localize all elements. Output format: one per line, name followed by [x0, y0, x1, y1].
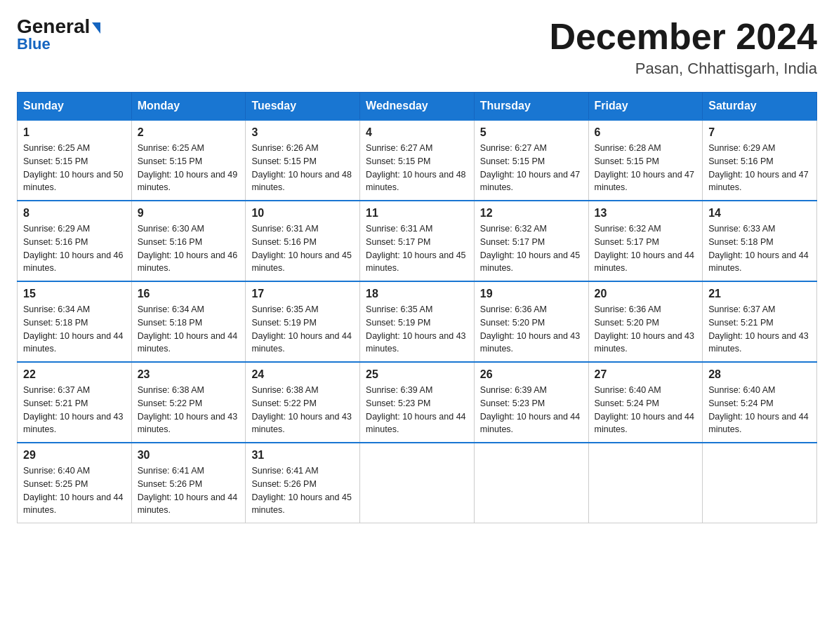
day-info: Sunrise: 6:37 AMSunset: 5:21 PMDaylight:…: [23, 385, 123, 434]
day-number: 4: [366, 126, 468, 139]
day-number: 14: [708, 207, 811, 220]
day-of-week-header: Saturday: [703, 93, 817, 121]
calendar-week-row: 22 Sunrise: 6:37 AMSunset: 5:21 PMDaylig…: [18, 362, 817, 443]
calendar-day-cell: 11 Sunrise: 6:31 AMSunset: 5:17 PMDaylig…: [360, 201, 475, 281]
day-number: 8: [23, 207, 126, 220]
day-of-week-header: Friday: [588, 93, 703, 121]
day-number: 23: [138, 368, 240, 381]
location-subtitle: Pasan, Chhattisgarh, India: [549, 60, 817, 78]
day-number: 27: [595, 368, 697, 381]
day-info: Sunrise: 6:36 AMSunset: 5:20 PMDaylight:…: [480, 304, 580, 354]
day-info: Sunrise: 6:35 AMSunset: 5:19 PMDaylight:…: [251, 304, 351, 354]
day-info: Sunrise: 6:29 AMSunset: 5:16 PMDaylight:…: [23, 224, 123, 273]
day-info: Sunrise: 6:28 AMSunset: 5:15 PMDaylight:…: [595, 143, 694, 192]
calendar-day-cell: 18 Sunrise: 6:35 AMSunset: 5:19 PMDaylig…: [360, 281, 475, 362]
day-info: Sunrise: 6:34 AMSunset: 5:18 PMDaylight:…: [138, 304, 237, 354]
day-info: Sunrise: 6:41 AMSunset: 5:26 PMDaylight:…: [138, 466, 237, 515]
calendar-header-row: SundayMondayTuesdayWednesdayThursdayFrid…: [18, 93, 817, 121]
day-info: Sunrise: 6:40 AMSunset: 5:25 PMDaylight:…: [23, 466, 123, 515]
calendar-day-cell: 31 Sunrise: 6:41 AMSunset: 5:26 PMDaylig…: [246, 443, 360, 523]
calendar-day-cell: 12 Sunrise: 6:32 AMSunset: 5:17 PMDaylig…: [474, 201, 588, 281]
day-info: Sunrise: 6:25 AMSunset: 5:15 PMDaylight:…: [138, 143, 237, 192]
day-info: Sunrise: 6:34 AMSunset: 5:18 PMDaylight:…: [23, 304, 123, 354]
day-number: 19: [480, 288, 583, 300]
calendar-day-cell: 13 Sunrise: 6:32 AMSunset: 5:17 PMDaylig…: [588, 201, 703, 281]
day-info: Sunrise: 6:36 AMSunset: 5:20 PMDaylight:…: [595, 304, 694, 354]
day-info: Sunrise: 6:35 AMSunset: 5:19 PMDaylight:…: [366, 304, 465, 354]
calendar-day-cell: 29 Sunrise: 6:40 AMSunset: 5:25 PMDaylig…: [18, 443, 132, 523]
day-of-week-header: Thursday: [474, 93, 588, 121]
calendar-day-cell: 19 Sunrise: 6:36 AMSunset: 5:20 PMDaylig…: [474, 281, 588, 362]
day-number: 11: [366, 207, 468, 220]
day-number: 17: [251, 288, 354, 300]
day-number: 12: [480, 207, 583, 220]
day-info: Sunrise: 6:31 AMSunset: 5:17 PMDaylight:…: [366, 224, 465, 273]
day-number: 24: [251, 368, 354, 381]
calendar-day-cell: 24 Sunrise: 6:38 AMSunset: 5:22 PMDaylig…: [246, 362, 360, 443]
day-number: 9: [138, 207, 240, 220]
calendar-day-cell: [588, 443, 703, 523]
day-info: Sunrise: 6:39 AMSunset: 5:23 PMDaylight:…: [366, 385, 465, 434]
calendar-day-cell: 9 Sunrise: 6:30 AMSunset: 5:16 PMDayligh…: [131, 201, 246, 281]
day-of-week-header: Monday: [131, 93, 246, 121]
day-info: Sunrise: 6:27 AMSunset: 5:15 PMDaylight:…: [480, 143, 580, 192]
day-info: Sunrise: 6:33 AMSunset: 5:18 PMDaylight:…: [708, 224, 808, 273]
day-number: 29: [23, 449, 126, 462]
logo: General Blue: [17, 17, 100, 53]
day-info: Sunrise: 6:32 AMSunset: 5:17 PMDaylight:…: [595, 224, 694, 273]
calendar-day-cell: [360, 443, 475, 523]
day-info: Sunrise: 6:38 AMSunset: 5:22 PMDaylight:…: [251, 385, 351, 434]
day-info: Sunrise: 6:30 AMSunset: 5:16 PMDaylight:…: [138, 224, 237, 273]
day-number: 31: [251, 449, 354, 462]
calendar-day-cell: 27 Sunrise: 6:40 AMSunset: 5:24 PMDaylig…: [588, 362, 703, 443]
calendar-week-row: 29 Sunrise: 6:40 AMSunset: 5:25 PMDaylig…: [18, 443, 817, 523]
day-info: Sunrise: 6:27 AMSunset: 5:15 PMDaylight:…: [366, 143, 465, 192]
day-number: 25: [366, 368, 468, 381]
day-number: 1: [23, 126, 126, 139]
page-header: General Blue December 2024 Pasan, Chhatt…: [17, 17, 817, 78]
month-year-title: December 2024: [549, 17, 817, 57]
calendar-day-cell: [703, 443, 817, 523]
day-info: Sunrise: 6:32 AMSunset: 5:17 PMDaylight:…: [480, 224, 580, 273]
calendar-day-cell: 25 Sunrise: 6:39 AMSunset: 5:23 PMDaylig…: [360, 362, 475, 443]
day-number: 15: [23, 288, 126, 300]
calendar-day-cell: 8 Sunrise: 6:29 AMSunset: 5:16 PMDayligh…: [18, 201, 132, 281]
day-of-week-header: Tuesday: [246, 93, 360, 121]
calendar-day-cell: 26 Sunrise: 6:39 AMSunset: 5:23 PMDaylig…: [474, 362, 588, 443]
calendar-day-cell: 14 Sunrise: 6:33 AMSunset: 5:18 PMDaylig…: [703, 201, 817, 281]
day-number: 26: [480, 368, 583, 381]
day-number: 10: [251, 207, 354, 220]
calendar-day-cell: 3 Sunrise: 6:26 AMSunset: 5:15 PMDayligh…: [246, 120, 360, 201]
day-info: Sunrise: 6:29 AMSunset: 5:16 PMDaylight:…: [708, 143, 808, 192]
day-info: Sunrise: 6:38 AMSunset: 5:22 PMDaylight:…: [138, 385, 237, 434]
calendar-day-cell: 7 Sunrise: 6:29 AMSunset: 5:16 PMDayligh…: [703, 120, 817, 201]
calendar-day-cell: 6 Sunrise: 6:28 AMSunset: 5:15 PMDayligh…: [588, 120, 703, 201]
day-info: Sunrise: 6:25 AMSunset: 5:15 PMDaylight:…: [23, 143, 123, 192]
calendar-week-row: 8 Sunrise: 6:29 AMSunset: 5:16 PMDayligh…: [18, 201, 817, 281]
calendar-day-cell: 17 Sunrise: 6:35 AMSunset: 5:19 PMDaylig…: [246, 281, 360, 362]
day-of-week-header: Sunday: [18, 93, 132, 121]
calendar-week-row: 1 Sunrise: 6:25 AMSunset: 5:15 PMDayligh…: [18, 120, 817, 201]
day-number: 16: [138, 288, 240, 300]
day-number: 20: [595, 288, 697, 300]
day-info: Sunrise: 6:31 AMSunset: 5:16 PMDaylight:…: [251, 224, 351, 273]
calendar-day-cell: 16 Sunrise: 6:34 AMSunset: 5:18 PMDaylig…: [131, 281, 246, 362]
day-number: 22: [23, 368, 126, 381]
day-number: 3: [251, 126, 354, 139]
calendar-day-cell: [474, 443, 588, 523]
calendar-day-cell: 15 Sunrise: 6:34 AMSunset: 5:18 PMDaylig…: [18, 281, 132, 362]
title-area: December 2024 Pasan, Chhattisgarh, India: [549, 17, 817, 78]
day-of-week-header: Wednesday: [360, 93, 475, 121]
day-number: 21: [708, 288, 811, 300]
day-number: 7: [708, 126, 811, 139]
calendar-day-cell: 20 Sunrise: 6:36 AMSunset: 5:20 PMDaylig…: [588, 281, 703, 362]
calendar-day-cell: 5 Sunrise: 6:27 AMSunset: 5:15 PMDayligh…: [474, 120, 588, 201]
calendar-table: SundayMondayTuesdayWednesdayThursdayFrid…: [17, 92, 817, 523]
day-number: 13: [595, 207, 697, 220]
calendar-week-row: 15 Sunrise: 6:34 AMSunset: 5:18 PMDaylig…: [18, 281, 817, 362]
calendar-day-cell: 22 Sunrise: 6:37 AMSunset: 5:21 PMDaylig…: [18, 362, 132, 443]
day-info: Sunrise: 6:41 AMSunset: 5:26 PMDaylight:…: [251, 466, 351, 515]
calendar-day-cell: 1 Sunrise: 6:25 AMSunset: 5:15 PMDayligh…: [18, 120, 132, 201]
logo-blue-label: Blue: [17, 35, 51, 53]
day-info: Sunrise: 6:39 AMSunset: 5:23 PMDaylight:…: [480, 385, 580, 434]
